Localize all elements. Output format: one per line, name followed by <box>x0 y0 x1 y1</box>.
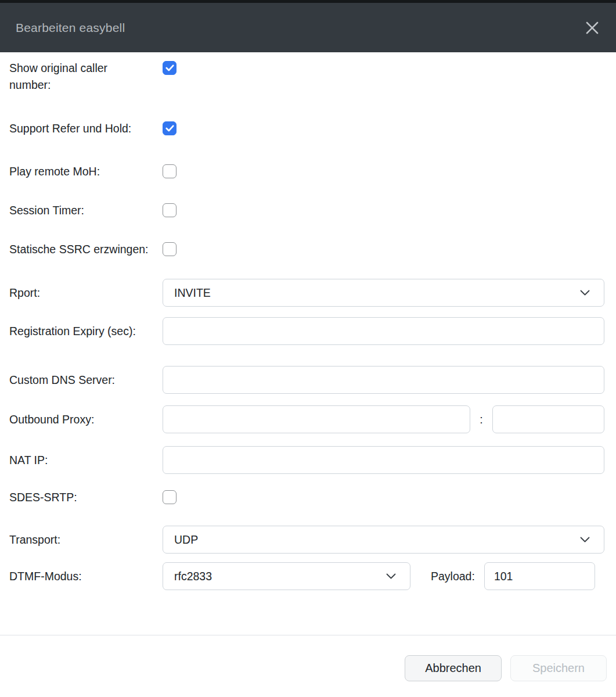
sdes-srtp-checkbox[interactable] <box>163 490 176 504</box>
modal-title: Bearbeiten easybell <box>16 21 125 35</box>
field-label: Transport: <box>9 526 163 548</box>
field-label: Support Refer und Hold: <box>9 120 163 137</box>
field-row-registration-expiry: Registration Expiry (sec): <box>9 317 604 345</box>
support-refer-und-hold-checkbox[interactable] <box>163 121 176 135</box>
host-port-separator: : <box>470 405 492 428</box>
rport-select-value: INVITE <box>174 286 211 300</box>
field-label: Custom DNS Server: <box>9 366 163 389</box>
outbound-proxy-port-input[interactable] <box>492 405 604 433</box>
field-label: DTMF-Modus: <box>9 562 163 585</box>
payload-input[interactable] <box>484 562 595 590</box>
field-row-custom-dns-server: Custom DNS Server: <box>9 366 604 394</box>
play-remote-moh-checkbox[interactable] <box>163 164 176 178</box>
close-button[interactable] <box>582 18 602 38</box>
custom-dns-server-input[interactable] <box>163 366 604 394</box>
field-row-statische-ssrc-erzwingen: Statische SSRC erzwingen: <box>9 241 604 258</box>
field-label: Play remote MoH: <box>9 163 163 180</box>
dtmf-modus-select-value: rfc2833 <box>174 570 212 583</box>
modal-edit-easybell: Bearbeiten easybell Show original caller… <box>0 0 616 697</box>
modal-header: Bearbeiten easybell <box>0 3 616 52</box>
field-row-session-timer: Session Timer: <box>9 202 604 219</box>
modal-body: Show original caller number: Support Ref… <box>0 52 616 635</box>
checkmark-icon <box>165 125 174 132</box>
field-row-transport: Transport: UDP <box>9 526 604 554</box>
save-button[interactable]: Speichern <box>510 655 607 681</box>
field-label: Rport: <box>9 279 163 301</box>
modal-footer: Abbrechen Speichern <box>0 635 616 697</box>
field-label: Show original caller number: <box>9 60 163 94</box>
field-row-show-original-caller-number: Show original caller number: <box>9 60 604 94</box>
rport-select[interactable]: INVITE <box>163 279 604 307</box>
field-row-support-refer-und-hold: Support Refer und Hold: <box>9 120 604 137</box>
close-icon <box>585 20 600 35</box>
chevron-down-icon <box>580 537 590 542</box>
show-original-caller-number-checkbox[interactable] <box>163 61 176 75</box>
statische-ssrc-erzwingen-checkbox[interactable] <box>163 242 176 256</box>
outbound-proxy-host-input[interactable] <box>163 405 470 433</box>
nat-ip-input[interactable] <box>163 446 604 474</box>
cancel-button[interactable]: Abbrechen <box>405 655 502 681</box>
chevron-down-icon <box>386 573 396 579</box>
field-label: Statische SSRC erzwingen: <box>9 241 163 258</box>
field-row-outbound-proxy: Outbound Proxy: : <box>9 405 604 433</box>
field-label: Session Timer: <box>9 202 163 219</box>
field-row-nat-ip: NAT IP: <box>9 446 604 474</box>
transport-select-value: UDP <box>174 533 198 547</box>
field-row-rport: Rport: INVITE <box>9 279 604 307</box>
field-row-sdes-srtp: SDES-SRTP: <box>9 489 604 506</box>
field-label: Outbound Proxy: <box>9 405 163 428</box>
field-row-play-remote-moh: Play remote MoH: <box>9 163 604 180</box>
dtmf-modus-select[interactable]: rfc2833 <box>163 562 410 590</box>
payload-label: Payload: <box>431 562 475 585</box>
chevron-down-icon <box>580 290 590 296</box>
registration-expiry-input[interactable] <box>163 317 604 345</box>
field-label: SDES-SRTP: <box>9 489 163 506</box>
transport-select[interactable]: UDP <box>163 526 604 554</box>
field-label: Registration Expiry (sec): <box>9 317 163 340</box>
field-row-dtmf-modus: DTMF-Modus: rfc2833 Payload: <box>9 562 604 590</box>
checkmark-icon <box>165 64 174 71</box>
session-timer-checkbox[interactable] <box>163 203 176 217</box>
field-label: NAT IP: <box>9 446 163 469</box>
